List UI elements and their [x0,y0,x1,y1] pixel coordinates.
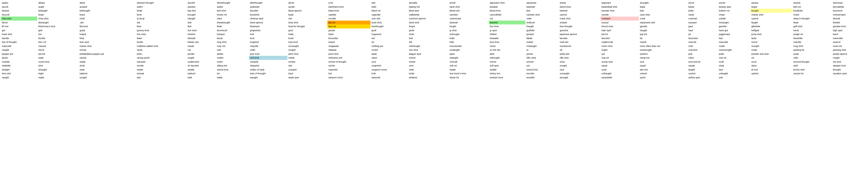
word-cell: high spot [832,28,867,32]
word-cell: bespot [1,9,37,13]
word-cell: schrott [525,60,559,64]
word-cell: ascot [687,1,718,5]
word-cell: beauty spot [718,5,750,9]
word-cell: squatt [687,64,718,68]
word-cell: robot [687,56,718,60]
word-cell: juggernaut [718,32,750,36]
word-cell: must not [832,44,867,48]
word-cell: lizotte [136,40,187,44]
word-cell: liver rot [37,40,79,44]
word-cell: griot [287,28,328,32]
word-cell: golf shot [793,24,832,28]
word-cell: kotte [448,36,489,40]
table-row: fft motfisherman's knotflat knotflautflo… [1,24,867,28]
word-cell: schrodt [448,60,489,64]
word-cell: begot [750,5,793,9]
word-cell: gordian knot [832,24,867,28]
word-cell: brott [136,13,187,17]
word-cell: overshot [687,48,718,52]
word-cell: oviatt [750,48,793,52]
word-cell: polka dot [559,52,600,56]
word-cell: sword knot [525,68,559,72]
word-cell: dot [136,21,187,25]
word-cell: mott [687,44,718,48]
word-cell: jog trot [639,32,687,36]
word-cell: alcott [287,1,328,5]
word-cell: rachat [79,56,136,60]
word-cell: ascott [718,1,750,5]
word-cell: wyandotte [600,75,639,79]
word-cell: cadotte [328,13,370,17]
word-cell: crack shot [559,17,600,21]
word-cell: potte [718,52,750,56]
word-cell: gunshot [559,28,600,32]
word-cell: canister shot [525,13,559,17]
word-cell: unfraught [600,71,639,75]
word-cell: plott [489,52,526,56]
word-cell: watt [187,75,216,79]
word-cell: black apricot [287,9,328,13]
word-cell: scoop shot [600,60,639,64]
word-cell: kot [370,36,408,40]
word-cell: mail slot [559,40,600,44]
word-cell: mayotte [249,44,287,48]
word-cell: forgot [408,24,448,28]
word-cell: chott [79,17,136,21]
word-cell: weak spot [287,75,328,79]
word-cell: bott [639,9,687,13]
word-cell: roulotte [1,60,37,64]
word-cell: moon shot [600,44,639,48]
word-cell: squat' [639,64,687,68]
word-cell: retaught [448,56,489,60]
word-cell: soft rot [448,64,489,68]
word-cell: turkey trot [489,71,526,75]
word-cell: baht [370,5,408,9]
word-cell: kilowatt [187,36,216,40]
word-cell: unshot [687,71,718,75]
word-cell: jot [687,32,718,36]
word-cell: cosmonaut [448,17,489,21]
word-cell: abstract thought [136,1,187,5]
word-cell: straight [1,68,37,72]
word-cell: turcotte [525,71,559,75]
table-row: time slottoghttopknottomaattopknottottra… [1,71,867,75]
word-cell: superdot [328,68,370,72]
word-cell: black rot [370,9,408,13]
word-cell: schott [328,64,370,68]
word-cell: yott [718,75,750,79]
word-cell: raught [187,56,216,60]
word-cell: aught [37,5,79,9]
word-cell: barrel knot [559,5,600,9]
word-cell: abott [79,1,136,5]
word-cell: longshot [249,40,287,44]
word-cell: chaut [793,13,832,17]
word-cell: maute [187,44,216,48]
word-cell: lieselotte [793,36,832,40]
word-cell: nttawwt [328,48,370,52]
word-cell: unknot [639,71,687,75]
word-cell: laute [750,36,793,40]
word-cell: faute [793,21,832,25]
word-cell: loquat [328,40,370,44]
word-cell: shot [37,64,79,68]
word-cell: crackpot [600,17,639,21]
word-cell: dott [187,21,216,25]
word-cell: repot [370,56,408,60]
word-cell: indrought [448,32,489,36]
word-cell: black knot [328,9,370,13]
word-cell: claut [216,17,249,21]
word-cell: asshat [793,1,832,5]
word-cell: afterthought [249,1,287,5]
word-cell: rotte [793,56,832,60]
word-cell: poinot [525,52,559,56]
word-cell: cagnotte [370,13,408,17]
word-cell: thought [832,68,867,72]
word-cell: amott [448,1,489,5]
word-cell: culotte [718,17,750,21]
table-row: roulotteround shotsadatsarrautescattersh… [1,60,867,64]
word-cell: hotpot [79,32,136,36]
word-cell: soft spot [489,64,526,68]
word-cell: ot [525,48,559,52]
word-cell: powder and shot [750,52,793,56]
word-cell: trot [328,71,370,75]
